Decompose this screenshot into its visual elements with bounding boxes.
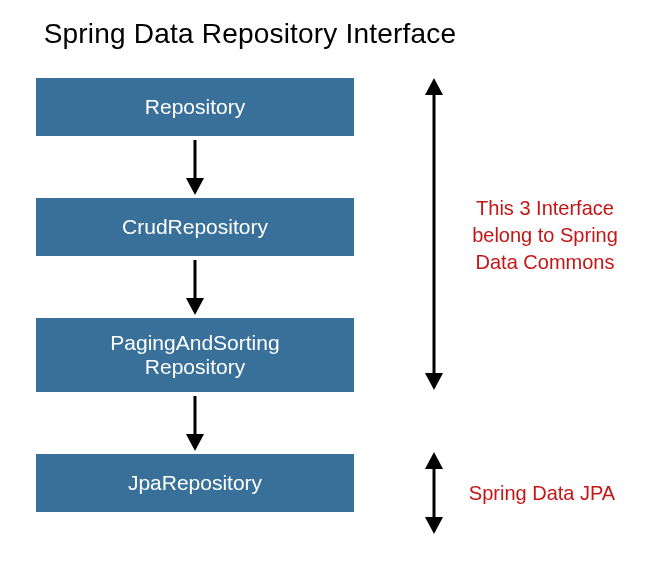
arrow-down-icon [183,260,207,316]
svg-marker-3 [186,298,204,315]
box-crud-repository: CrudRepository [36,198,354,256]
box-repository-label: Repository [145,95,245,119]
paging-line1: PagingAndSorting [110,331,279,354]
bracket-commons-icon [422,78,446,390]
box-paging-repository-label: PagingAndSorting Repository [110,331,279,379]
arrow-down-icon [183,396,207,452]
arrow-gap-2 [36,256,354,318]
bracket-jpa-icon [422,452,446,534]
svg-marker-1 [186,178,204,195]
annotation-commons: This 3 Interface belong to Spring Data C… [460,195,630,276]
svg-marker-5 [186,434,204,451]
paging-line2: Repository [145,355,245,378]
box-crud-repository-label: CrudRepository [122,215,268,239]
box-jpa-repository-label: JpaRepository [128,471,262,495]
svg-marker-8 [425,373,443,390]
arrow-gap-1 [36,136,354,198]
annotation-commons-line1: This 3 Interface [476,197,614,219]
annotation-commons-line3: Data Commons [476,251,615,273]
svg-marker-11 [425,517,443,534]
arrow-down-icon [183,140,207,196]
annotation-jpa: Spring Data JPA [462,480,622,507]
hierarchy-column: Repository CrudRepository PagingAndSorti… [36,78,354,512]
annotation-jpa-text: Spring Data JPA [469,482,615,504]
annotation-commons-line2: belong to Spring [472,224,618,246]
box-jpa-repository: JpaRepository [36,454,354,512]
diagram-title: Spring Data Repository Interface [0,18,500,50]
arrow-gap-3 [36,392,354,454]
box-repository: Repository [36,78,354,136]
box-paging-repository: PagingAndSorting Repository [36,318,354,392]
